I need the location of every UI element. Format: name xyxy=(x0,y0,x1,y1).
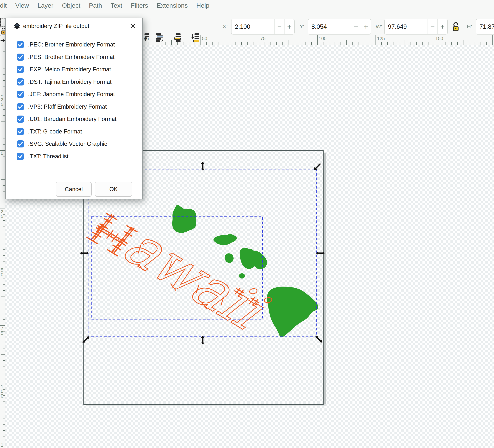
format-row: .DST: Tajima Embroidery Format xyxy=(6,76,142,88)
ok-button[interactable]: OK xyxy=(95,182,132,197)
menu-item[interactable]: Layer xyxy=(37,2,53,9)
raise-one-step-icon[interactable] xyxy=(156,33,164,42)
w-decrement-button[interactable]: − xyxy=(428,19,437,34)
w-field-label: W: xyxy=(376,23,382,30)
check-icon xyxy=(17,103,24,110)
menu-bar: ditViewLayerObjectPathTextFiltersExtensi… xyxy=(0,0,494,11)
format-row: .PES: Brother Embroidery Format xyxy=(6,51,142,63)
embroidery-zip-output-dialog: embroidery ZIP file output .PEC: Brother… xyxy=(5,18,143,199)
format-label: .EXP: Melco Embroidery Format xyxy=(28,66,111,73)
v-ruler-label: 1 xyxy=(1,442,3,448)
w-input[interactable]: 97.649 − + xyxy=(384,19,448,35)
dialog-title-bar: embroidery ZIP file output xyxy=(6,18,142,31)
raise-to-top-icon[interactable] xyxy=(144,33,149,42)
h-input[interactable]: 71.877 xyxy=(476,19,494,35)
lower-to-bottom-icon[interactable] xyxy=(191,33,199,42)
check-icon xyxy=(17,128,24,135)
lower-one-step-icon[interactable] xyxy=(173,33,182,42)
menu-item[interactable]: dit xyxy=(0,2,7,9)
menu-item[interactable]: Text xyxy=(111,2,122,9)
format-checkbox-checked[interactable] xyxy=(17,66,24,73)
v-ruler-label: 1 xyxy=(1,384,3,389)
check-icon xyxy=(17,91,24,98)
h-ruler-label: 150 xyxy=(435,36,443,41)
v-ruler-label: - xyxy=(1,92,3,98)
v-ruler-label: 5 xyxy=(1,102,3,107)
format-checkbox-checked[interactable] xyxy=(17,153,24,160)
x-decrement-button[interactable]: − xyxy=(274,19,284,34)
cancel-button[interactable]: Cancel xyxy=(56,182,92,197)
v-ruler-label: 0 xyxy=(1,151,3,156)
v-ruler-label: 2 xyxy=(1,209,3,214)
v-ruler-label: 0 xyxy=(1,393,3,399)
h-field-label: H: xyxy=(467,23,472,30)
format-label: .JEF: Janome Embroidery Format xyxy=(28,91,115,98)
h-ruler-label: 125 xyxy=(377,36,385,41)
h-ruler-label: 100 xyxy=(319,36,327,41)
format-label: .VP3: Pfaff Embroidery Format xyxy=(28,103,107,110)
check-icon xyxy=(17,153,24,160)
format-checkbox-checked[interactable] xyxy=(17,128,24,135)
format-label: .SVG: Scalable Vector Graphic xyxy=(28,141,107,147)
check-icon xyxy=(17,116,24,123)
format-label: .TXT: Threadlist xyxy=(28,153,69,160)
v-ruler-label: 5 xyxy=(1,267,3,273)
h-ruler-label: 75 xyxy=(260,36,266,41)
x-increment-button[interactable]: + xyxy=(284,19,294,34)
menu-item[interactable]: Path xyxy=(89,2,102,9)
y-increment-button[interactable]: + xyxy=(361,19,371,34)
check-icon xyxy=(17,140,24,147)
format-row: .TXT: Threadlist xyxy=(6,150,142,163)
format-checkbox-checked[interactable] xyxy=(17,140,24,147)
x-input[interactable]: 2.100 − + xyxy=(231,19,295,35)
format-row: .TXT: G-code Format xyxy=(6,125,142,138)
check-icon xyxy=(17,78,24,85)
menu-item[interactable]: View xyxy=(15,2,29,9)
h-ruler-label: 50 xyxy=(202,36,207,41)
y-decrement-button[interactable]: − xyxy=(351,19,361,34)
menu-item[interactable]: Object xyxy=(62,2,80,9)
close-icon[interactable] xyxy=(129,22,137,30)
format-checkbox-checked[interactable] xyxy=(17,54,24,61)
format-label: .TXT: G-code Format xyxy=(28,128,82,135)
check-icon xyxy=(17,66,24,73)
format-row: .PEC: Brother Embroidery Format xyxy=(6,38,142,51)
format-checkbox-checked[interactable] xyxy=(17,41,24,48)
check-icon xyxy=(17,41,24,48)
inkscape-logo-icon xyxy=(13,22,21,31)
v-ruler-label: 0 xyxy=(1,389,3,394)
v-ruler-label: 5 xyxy=(1,214,3,219)
lock-ratio-open-icon[interactable] xyxy=(452,21,460,32)
format-row: .U01: Barudan Embroidery Format xyxy=(6,113,142,125)
format-row: .VP3: Pfaff Embroidery Format xyxy=(6,101,142,113)
y-field-label: Y: xyxy=(299,23,305,30)
format-checkbox-checked[interactable] xyxy=(17,116,24,123)
format-checkbox-list: .PEC: Brother Embroidery Format .PES: Br… xyxy=(6,38,142,163)
format-row: .EXP: Melco Embroidery Format xyxy=(6,63,142,76)
menu-item[interactable]: Help xyxy=(197,2,210,9)
format-label: .PEC: Brother Embroidery Format xyxy=(28,41,115,48)
format-label: .U01: Barudan Embroidery Format xyxy=(28,116,116,122)
format-label: .DST: Tajima Embroidery Format xyxy=(28,79,111,85)
v-ruler-label: 7 xyxy=(1,326,3,331)
format-row: .JEF: Janome Embroidery Format xyxy=(6,88,142,101)
v-ruler-label: 2 xyxy=(1,97,3,102)
y-input[interactable]: 8.054 − + xyxy=(308,19,371,35)
dialog-title: embroidery ZIP file output xyxy=(23,23,89,29)
format-checkbox-checked[interactable] xyxy=(17,103,24,110)
format-checkbox-checked[interactable] xyxy=(17,78,24,85)
check-icon xyxy=(17,54,24,61)
format-checkbox-checked[interactable] xyxy=(17,91,24,98)
v-ruler-label: 0 xyxy=(1,272,3,277)
x-field-label: X: xyxy=(222,23,228,30)
menu-item[interactable]: Extensions xyxy=(157,2,188,9)
format-label: .PES: Brother Embroidery Format xyxy=(28,54,114,61)
format-row: .SVG: Scalable Vector Graphic xyxy=(6,138,142,150)
w-increment-button[interactable]: + xyxy=(437,19,447,34)
v-ruler-label: 5 xyxy=(1,330,3,336)
menu-item[interactable]: Filters xyxy=(131,2,148,9)
